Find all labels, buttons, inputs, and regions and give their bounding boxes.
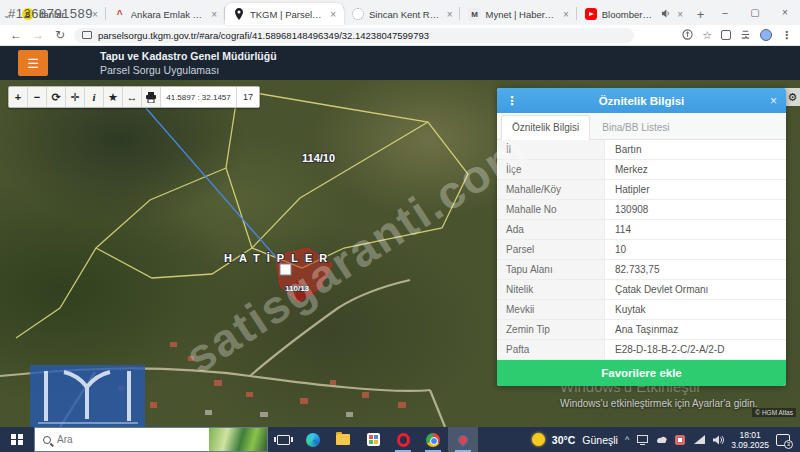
browser-menu-icon[interactable]: ⋮ xyxy=(781,29,792,42)
table-row: Parsel10 xyxy=(497,240,786,260)
row-value: Bartın xyxy=(605,144,786,155)
opera-button[interactable] xyxy=(388,427,418,452)
active-app-button[interactable] xyxy=(448,427,478,452)
tab-close-icon[interactable]: × xyxy=(675,9,685,20)
weather-condition[interactable]: Güneşli xyxy=(582,434,618,446)
map-marker[interactable] xyxy=(280,264,291,275)
site-info-icon[interactable] xyxy=(82,31,92,39)
row-value: E28-D-18-B-2-C/2-A/2-D xyxy=(605,344,786,355)
screen: ⌄ S İlanlar × ^ Ankara Emlak İlanları × … xyxy=(0,0,800,452)
start-button[interactable] xyxy=(0,427,34,452)
panel-header: ⋮ Öznitelik Bilgisi × xyxy=(497,88,786,113)
bookmark-star-icon[interactable]: ☆ xyxy=(702,29,712,42)
profile-avatar[interactable] xyxy=(760,29,772,41)
task-view-button[interactable] xyxy=(268,427,298,452)
notification-badge: 3 xyxy=(784,440,793,449)
close-window-button[interactable]: × xyxy=(770,0,800,25)
tab-close-icon[interactable]: × xyxy=(445,9,455,20)
tab-audio-icon[interactable] xyxy=(661,9,670,20)
system-tray: 30°C Güneşli ^ 18:01 3.09.2025 3 xyxy=(532,430,800,450)
tab-oznitelik-bilgisi[interactable]: Öznitelik Bilgisi xyxy=(501,115,590,140)
url-text[interactable]: parselsorgu.tkgm.gov.tr/#ara/cografi/41.… xyxy=(98,30,429,41)
taskbar-clock[interactable]: 18:01 3.09.2025 xyxy=(731,430,769,450)
print-icon[interactable] xyxy=(142,87,161,107)
display-tray-icon[interactable] xyxy=(636,434,648,446)
search-input[interactable] xyxy=(57,434,209,445)
refresh-icon[interactable]: ⟳ xyxy=(47,87,66,107)
tab-bloomberg[interactable]: Bloomberg HT C × xyxy=(577,3,691,25)
forward-button[interactable]: → xyxy=(30,28,46,42)
table-row: Mahalle No130908 xyxy=(497,200,786,220)
coordinates-display: 41.5897 : 32.1457 xyxy=(161,87,237,107)
row-value: 114 xyxy=(605,224,786,235)
add-to-favorites-button[interactable]: Favorilere ekle xyxy=(497,360,786,386)
zoom-out-button[interactable]: − xyxy=(28,87,47,107)
tab-ankara-emlak[interactable]: ^ Ankara Emlak İlanları × xyxy=(106,3,225,25)
volume-tray-icon[interactable] xyxy=(712,434,724,446)
temperature[interactable]: 30°C xyxy=(552,434,575,446)
taskbar-search[interactable] xyxy=(34,427,268,452)
tab-group-icon[interactable] xyxy=(721,30,731,40)
zoom-in-button[interactable]: + xyxy=(9,87,28,107)
hamburger-menu-button[interactable]: ☰ xyxy=(18,50,48,76)
address-bar[interactable]: parselsorgu.tkgm.gov.tr/#ara/cografi/41.… xyxy=(74,28,634,43)
info-icon[interactable]: i xyxy=(85,87,104,107)
new-tab-button[interactable]: + xyxy=(691,3,710,25)
onedrive-tray-icon[interactable] xyxy=(655,434,667,446)
tab-tkgm-active[interactable]: TKGM | Parsel Sorgu × xyxy=(225,3,344,25)
window-controls: – ▢ × xyxy=(710,0,800,25)
search-highlight-image[interactable] xyxy=(209,428,267,451)
opera-icon xyxy=(397,433,410,447)
task-view-icon xyxy=(277,435,290,445)
tab-close-icon[interactable]: × xyxy=(328,9,338,20)
network-tray-icon[interactable] xyxy=(693,434,705,446)
row-value: Merkez xyxy=(605,164,786,175)
file-explorer-button[interactable] xyxy=(328,427,358,452)
table-row: Mahalle/KöyHatipler xyxy=(497,180,786,200)
map-pin-favicon xyxy=(233,8,245,20)
sincan-favicon xyxy=(352,8,364,20)
reload-button[interactable]: ↻ xyxy=(52,28,68,42)
tray-chevron-icon[interactable]: ^ xyxy=(625,435,629,445)
favorites-star-icon[interactable]: ★ xyxy=(104,87,123,107)
row-value: Ana Taşınmaz xyxy=(605,324,786,335)
row-value: Kuytak xyxy=(605,304,786,315)
tab-bina-bb-listesi[interactable]: Bina/BB Listesi xyxy=(592,116,679,139)
village-label: HATİPLER xyxy=(224,252,334,264)
table-row: NitelikÇatak Devlet Ormanı xyxy=(497,280,786,300)
back-button[interactable]: ← xyxy=(8,28,24,42)
map-settings-gear-icon[interactable]: ⚙ xyxy=(785,88,800,106)
extensions-icon[interactable] xyxy=(740,26,751,44)
tab-close-icon[interactable]: × xyxy=(209,9,219,20)
tab-sincan[interactable]: Sincan Kent Rehberi × xyxy=(344,3,460,25)
panel-close-icon[interactable]: × xyxy=(761,94,786,108)
chrome-button[interactable] xyxy=(418,427,448,452)
table-row: MevkiiKuytak xyxy=(497,300,786,320)
minimize-button[interactable]: – xyxy=(710,0,740,25)
app-subtitle: Parsel Sorgu Uygulaması xyxy=(100,64,219,76)
row-label: İlçe xyxy=(497,160,605,179)
row-value: 130908 xyxy=(605,204,786,215)
pan-icon[interactable]: ✛ xyxy=(66,87,85,107)
measure-icon[interactable]: ↔ xyxy=(123,87,142,107)
weather-sun-icon[interactable] xyxy=(532,433,545,446)
browser-tab-strip: ⌄ S İlanlar × ^ Ankara Emlak İlanları × … xyxy=(0,0,800,25)
tab-mynet[interactable]: M Mynet | Haber, Oyun × xyxy=(460,3,576,25)
tkgm-header: ☰ Tapu ve Kadastro Genel Müdürlüğü Parse… xyxy=(0,46,800,80)
row-value: Çatak Devlet Ormanı xyxy=(605,284,786,295)
tab-title: Ankara Emlak İlanları xyxy=(131,9,204,20)
share-icon[interactable] xyxy=(682,26,693,44)
table-row: Ada114 xyxy=(497,220,786,240)
edge-button[interactable] xyxy=(298,427,328,452)
notification-center-icon[interactable]: 3 xyxy=(776,434,790,446)
map-attribution: © HGM Atlas xyxy=(752,408,796,417)
app-grid-button[interactable] xyxy=(358,427,388,452)
tab-close-icon[interactable]: × xyxy=(561,9,571,20)
parcel-boundaries xyxy=(16,90,468,338)
maximize-button[interactable]: ▢ xyxy=(740,0,770,25)
edge-icon xyxy=(306,433,320,447)
windows-taskbar: 30°C Güneşli ^ 18:01 3.09.2025 3 xyxy=(0,427,800,452)
row-value: 82.733,75 xyxy=(605,264,786,275)
app-tray-icon[interactable] xyxy=(674,434,686,446)
row-value: 10 xyxy=(605,244,786,255)
